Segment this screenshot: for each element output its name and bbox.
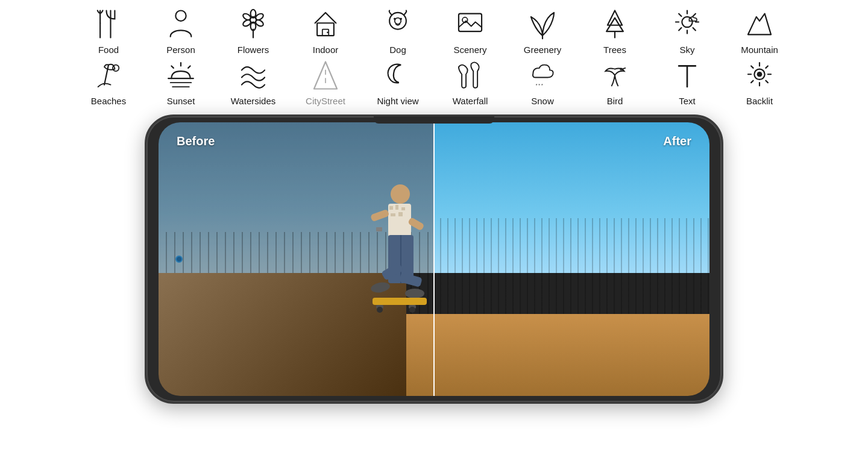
svg-text:* * *: * * *	[536, 83, 543, 87]
svg-line-35	[171, 66, 173, 67]
svg-point-14	[327, 32, 329, 34]
nightview-label: Night view	[377, 96, 418, 106]
svg-rect-61	[391, 213, 395, 216]
icon-item-backlit[interactable]: Backlit	[723, 57, 796, 106]
icon-item-waterfall[interactable]: Waterfall	[434, 57, 506, 106]
mountain-icon	[744, 6, 775, 42]
food-icon	[93, 6, 124, 42]
svg-point-3	[175, 10, 186, 20]
svg-rect-62	[398, 212, 403, 216]
svg-point-17	[394, 18, 395, 20]
backlit-label: Backlit	[746, 96, 773, 106]
text-label: Text	[679, 96, 696, 106]
icon-item-scenery[interactable]: Scenery	[434, 6, 506, 55]
camera-dot	[175, 256, 183, 263]
svg-point-18	[400, 18, 401, 20]
icon-item-text[interactable]: Text	[651, 57, 723, 106]
icon-item-citystreet[interactable]: CityStreet	[289, 57, 362, 106]
after-label: After	[663, 134, 691, 148]
svg-line-36	[188, 66, 190, 67]
icon-item-greenery[interactable]: Greenery	[506, 6, 579, 55]
svg-point-69	[370, 281, 391, 294]
snow-label: Snow	[531, 96, 554, 106]
citystreet-icon	[310, 57, 341, 93]
person-label: Person	[166, 45, 195, 55]
indoor-label: Indoor	[313, 45, 339, 55]
watersides-icon	[237, 57, 269, 93]
icon-item-indoor[interactable]: Indoor	[289, 6, 362, 55]
svg-line-52	[751, 66, 753, 67]
skater-container	[347, 182, 444, 341]
svg-point-74	[377, 307, 383, 313]
greenery-label: Greenery	[524, 45, 562, 55]
scenery-icon	[454, 6, 486, 42]
icon-item-snow[interactable]: * * * Snow	[506, 57, 579, 106]
backlit-icon	[744, 57, 775, 93]
svg-line-30	[679, 28, 681, 30]
sunset-icon	[165, 57, 197, 93]
bird-icon	[599, 57, 631, 93]
beaches-icon	[93, 57, 124, 93]
svg-rect-19	[459, 14, 482, 31]
icon-item-food[interactable]: Food	[72, 6, 145, 55]
food-label: Food	[98, 45, 119, 55]
fence-right	[434, 218, 709, 314]
ground-right	[406, 314, 709, 396]
svg-line-53	[766, 66, 767, 67]
svg-rect-63	[370, 209, 389, 222]
text-icon	[671, 57, 703, 93]
snow-icon: * * *	[527, 57, 558, 93]
svg-line-55	[766, 81, 767, 83]
phone-top-detail	[374, 116, 494, 124]
svg-line-28	[679, 14, 681, 16]
waterfall-icon	[454, 57, 486, 93]
svg-point-33	[113, 65, 119, 71]
icon-item-sky[interactable]: Sky	[651, 6, 723, 55]
svg-rect-58	[389, 206, 393, 210]
person-icon	[165, 6, 197, 42]
trees-label: Trees	[603, 45, 626, 55]
scenery-label: Scenery	[453, 45, 486, 55]
sky-icon	[671, 6, 703, 42]
svg-point-70	[405, 289, 424, 298]
skater-svg	[347, 182, 444, 339]
trees-icon	[599, 6, 631, 42]
icon-item-bird[interactable]: Bird	[579, 57, 651, 106]
sky-label: Sky	[679, 45, 694, 55]
svg-point-75	[409, 307, 415, 313]
indoor-icon	[310, 6, 341, 42]
phone-container: Before After	[145, 114, 723, 404]
sunset-label: Sunset	[167, 96, 195, 106]
svg-rect-60	[401, 207, 405, 210]
icon-item-mountain[interactable]: Mountain	[723, 6, 796, 55]
icon-item-sunset[interactable]: Sunset	[145, 57, 217, 106]
phone-screen: Before After	[159, 122, 709, 396]
svg-point-56	[391, 184, 410, 204]
greenery-icon	[527, 6, 558, 42]
svg-rect-59	[395, 205, 398, 210]
bird-label: Bird	[607, 96, 623, 106]
phone-frame: Before After	[145, 114, 723, 404]
flowers-icon	[237, 6, 269, 42]
icon-item-flowers[interactable]: Flowers	[217, 6, 289, 55]
flowers-label: Flowers	[237, 45, 269, 55]
icon-row-2: Beaches Sunset	[72, 57, 796, 106]
icon-item-dog[interactable]: Dog	[362, 6, 434, 55]
svg-line-31	[693, 28, 696, 30]
dog-label: Dog	[389, 45, 406, 55]
svg-line-54	[751, 81, 753, 83]
beaches-label: Beaches	[91, 96, 126, 106]
icon-item-nightview[interactable]: Night view	[362, 57, 434, 106]
icon-item-beaches[interactable]: Beaches	[72, 57, 145, 106]
icon-item-trees[interactable]: Trees	[579, 6, 651, 55]
icon-row-1: Food Person	[72, 6, 796, 55]
citystreet-label: CityStreet	[306, 96, 345, 106]
before-label: Before	[177, 134, 215, 148]
watersides-label: Watersides	[231, 96, 275, 106]
icon-item-watersides[interactable]: Watersides	[217, 57, 289, 106]
svg-rect-76	[376, 227, 382, 231]
icons-section: Food Person	[0, 0, 868, 108]
icon-item-person[interactable]: Person	[145, 6, 217, 55]
svg-point-23	[682, 17, 692, 27]
dog-icon	[382, 6, 414, 42]
